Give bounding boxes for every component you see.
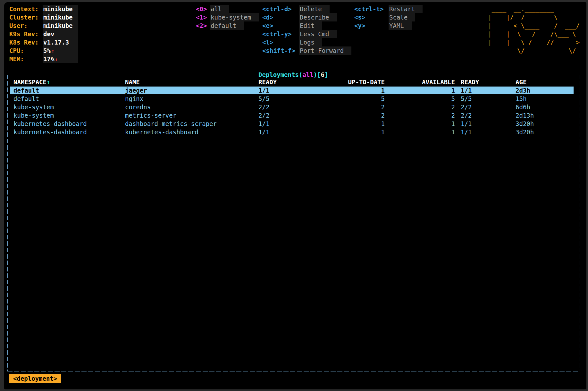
menu-item-label: Scale [389, 13, 415, 21]
cluster-row: Cluster: minikube [9, 13, 78, 21]
cell-ready: 2/2 [258, 103, 269, 111]
menu-item-all: <0> all [196, 5, 259, 13]
menu-item-label: YAML [389, 21, 412, 30]
cell-name: dashboard-metrics-scraper [125, 120, 217, 128]
menu-item-kube-system: <1> kube-system [196, 13, 259, 21]
cell-up-to-date: 2 [335, 111, 385, 120]
cell-namespace: kubernetes-dashboard [13, 120, 87, 128]
context-row: Context: minikube [9, 5, 78, 13]
cpu-row: CPU: 5%↑ [9, 46, 78, 55]
menu-item-label: Describe [299, 13, 337, 21]
cell-namespace: default [13, 95, 39, 103]
table-border-bottom [7, 371, 579, 371]
cell-name: nginx [125, 95, 143, 103]
sort-ascending-icon: ↑ [46, 79, 50, 86]
cell-age: 15h [516, 95, 526, 103]
cell-age: 3d20h [516, 128, 534, 136]
command-menu-left: <ctrl-d> Delete <d> Describe <e> Edit <c… [262, 5, 351, 55]
k8s-rev-value: v1.17.3 [43, 38, 78, 46]
command-menu-right: <ctrl-t> Restart <s> Scale <y> YAML [354, 5, 423, 30]
cell-up-to-date: 2 [335, 103, 385, 111]
cell-ready2: 5/5 [461, 95, 472, 103]
table-row-count: 6 [321, 71, 324, 78]
hotkey-d: <d> [262, 13, 299, 21]
deployments-table: Deployments(all)[6] NAMESPACE↑ NAME READ… [7, 75, 579, 371]
context-value: minikube [43, 5, 78, 13]
cell-name: kubernetes-dashboard [125, 128, 198, 136]
cluster-value: minikube [43, 13, 78, 21]
menu-item-label: Logs [299, 38, 322, 46]
mem-value: 17%↑ [43, 55, 78, 63]
table-body: NAMESPACE↑ NAME READY UP-TO-DATE AVAILAB… [8, 78, 579, 136]
menu-item-label: Delete [299, 5, 330, 13]
hotkey-e: <e> [262, 21, 299, 30]
cell-name: jaeger [125, 86, 147, 95]
cell-up-to-date: 5 [335, 95, 385, 103]
table-row-jaeger[interactable]: default jaeger 1/1 1 1 1/1 2d3h [8, 86, 579, 95]
context-label: Context: [9, 5, 43, 13]
cell-ready2: 1/1 [461, 120, 472, 128]
cell-age: 2d3h [516, 86, 530, 95]
user-label: User: [9, 21, 43, 30]
cell-age: 6d6h [516, 103, 530, 111]
table-header-row: NAMESPACE↑ NAME READY UP-TO-DATE AVAILAB… [8, 78, 579, 86]
menu-item-label: Less Cmd [299, 30, 337, 38]
menu-item-logs: <l> Logs [262, 38, 351, 46]
cell-ready2: 1/1 [461, 128, 472, 136]
breadcrumb-deployment: <deployment> [9, 374, 61, 383]
cell-age: 3d20h [516, 120, 534, 128]
cell-available: 1 [406, 128, 455, 136]
table-title-scope: all [302, 71, 313, 78]
cell-ready: 1/1 [258, 120, 269, 128]
cell-name: coredns [125, 103, 151, 111]
k8s-rev-row: K8s Rev: v1.17.3 [9, 38, 78, 46]
table-row-metrics-server[interactable]: kube-system metrics-server 2/2 2 2 2/2 2… [8, 111, 579, 120]
table-row-nginx[interactable]: default nginx 5/5 5 5 5/5 15h [8, 95, 579, 103]
column-header-age[interactable]: AGE [516, 78, 526, 86]
cell-namespace: kubernetes-dashboard [13, 128, 87, 136]
cell-up-to-date: 1 [335, 86, 385, 95]
cell-ready: 2/2 [258, 111, 269, 120]
column-header-up-to-date[interactable]: UP-TO-DATE [335, 78, 385, 86]
cell-namespace: default [13, 86, 39, 95]
hotkey-0: <0> [196, 5, 210, 13]
cell-name: metrics-server [125, 111, 176, 120]
user-value: minikube [43, 21, 78, 30]
hotkey-1: <1> [196, 13, 210, 21]
k9s-rev-label: K9s Rev: [9, 30, 43, 38]
column-header-ready[interactable]: READY [258, 78, 277, 86]
table-title: Deployments(all)[6] [256, 71, 331, 79]
user-row: User: minikube [9, 21, 78, 30]
table-row-kubernetes-dashboard[interactable]: kubernetes-dashboard kubernetes-dashboar… [8, 128, 579, 136]
cell-ready: 1/1 [258, 128, 269, 136]
cell-available: 2 [406, 111, 455, 120]
hotkey-y: <y> [354, 21, 389, 30]
cell-up-to-date: 1 [335, 128, 385, 136]
column-header-available[interactable]: AVAILABLE [406, 78, 455, 86]
cell-available: 1 [406, 120, 455, 128]
menu-item-label: all [210, 5, 229, 13]
cpu-up-arrow-icon: ↑ [51, 48, 55, 54]
cluster-label: Cluster: [9, 13, 43, 21]
hotkey-2: <2> [196, 21, 210, 30]
column-header-ready2[interactable]: READY [461, 78, 479, 86]
cell-namespace: kube-system [13, 103, 54, 111]
menu-item-edit: <e> Edit [262, 21, 351, 30]
cell-ready2: 2/2 [461, 103, 472, 111]
cell-up-to-date: 1 [335, 120, 385, 128]
mem-label: MEM: [9, 55, 43, 63]
column-header-name[interactable]: NAME [125, 78, 140, 86]
mem-row: MEM: 17%↑ [9, 55, 78, 63]
cell-available: 1 [406, 86, 455, 95]
table-row-dashboard-metrics-scraper[interactable]: kubernetes-dashboard dashboard-metrics-s… [8, 120, 579, 128]
cell-ready: 1/1 [258, 86, 269, 95]
column-header-namespace[interactable]: NAMESPACE↑ [13, 78, 50, 86]
menu-item-describe: <d> Describe [262, 13, 351, 21]
menu-item-label: Edit [299, 21, 322, 30]
table-row-coredns[interactable]: kube-system coredns 2/2 2 2 2/2 6d6h [8, 103, 579, 111]
menu-item-label: kube-system [210, 13, 259, 21]
cluster-info-panel: Context: minikube Cluster: minikube User… [9, 5, 78, 63]
k8s-rev-label: K8s Rev: [9, 38, 43, 46]
menu-item-yaml: <y> YAML [354, 21, 423, 30]
hotkey-ctrl-t: <ctrl-t> [354, 5, 389, 13]
